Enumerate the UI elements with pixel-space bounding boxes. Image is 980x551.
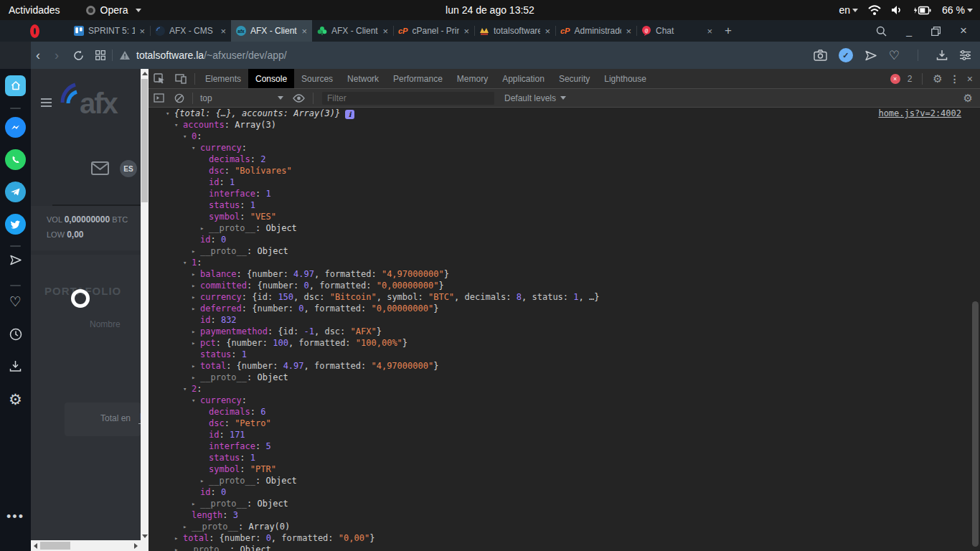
browser-tab[interactable]: cPAdministrado×: [555, 20, 636, 42]
opera-menu-button[interactable]: [0, 20, 69, 42]
browser-tab[interactable]: totalsoftware×: [474, 20, 555, 42]
console-row[interactable]: ▸__proto__: Object: [149, 245, 980, 257]
devtools-kebab-menu-icon[interactable]: ⋮: [950, 73, 960, 85]
expand-arrow-icon[interactable]: ▸: [200, 475, 209, 486]
sidebar-bookmarks-button[interactable]: ♡: [0, 295, 31, 309]
tab-close-icon[interactable]: ×: [707, 26, 712, 37]
log-levels-dropdown[interactable]: Default levels: [500, 93, 570, 103]
console-row[interactable]: ▸__proto__: Object: [149, 222, 980, 234]
context-selector[interactable]: top: [196, 93, 288, 103]
scroll-down-arrow-icon[interactable]: [142, 534, 148, 538]
sidebar-more-button[interactable]: •••: [0, 510, 31, 523]
new-tab-button[interactable]: +: [717, 20, 739, 42]
collapse-arrow-icon[interactable]: ▾: [183, 257, 192, 268]
console-row[interactable]: ▾0:: [149, 131, 980, 142]
forward-button[interactable]: ›: [55, 49, 59, 62]
console-row[interactable]: ▾currency:: [149, 142, 980, 154]
tab-search-icon[interactable]: [876, 26, 887, 37]
expand-arrow-icon[interactable]: ▸: [192, 372, 200, 383]
browser-tab[interactable]: afxAFX - Cliente×: [231, 20, 312, 42]
tab-close-icon[interactable]: ×: [463, 26, 469, 37]
console-filter-input[interactable]: [322, 92, 494, 105]
scroll-up-arrow-icon[interactable]: [142, 72, 148, 75]
snapshot-camera-icon[interactable]: [814, 50, 827, 61]
expand-arrow-icon[interactable]: ▸: [192, 280, 200, 291]
error-count[interactable]: 2: [908, 74, 913, 84]
error-badge-icon[interactable]: ×: [890, 74, 900, 84]
console-row[interactable]: ▸__proto__: Object: [149, 544, 980, 551]
collapse-arrow-icon[interactable]: ▾: [174, 119, 183, 131]
devtools-tab-console[interactable]: Console: [248, 69, 294, 88]
console-row[interactable]: ▸__proto__: Object: [149, 475, 980, 486]
collapse-arrow-icon[interactable]: ▾: [183, 383, 192, 395]
expand-arrow-icon[interactable]: ▸: [192, 326, 200, 337]
console-row[interactable]: ▸total: {number: 0, formatted: "0,00"}: [149, 532, 980, 544]
console-row[interactable]: ▸__proto__: Object: [149, 372, 980, 383]
tab-close-icon[interactable]: ×: [220, 26, 226, 37]
console-row[interactable]: ▾{total: {…}, accounts: Array(3)}ihome.j…: [149, 108, 980, 119]
sidebar-telegram-button[interactable]: [0, 182, 31, 202]
page-horizontal-scrollbar[interactable]: [31, 540, 141, 551]
battery-icon[interactable]: [913, 6, 932, 15]
expand-arrow-icon[interactable]: ▸: [192, 291, 200, 303]
sidebar-twitter-button[interactable]: [0, 214, 31, 235]
expand-arrow-icon[interactable]: ▸: [183, 521, 192, 532]
bookmark-heart-icon[interactable]: ♡: [889, 48, 900, 63]
collapse-arrow-icon[interactable]: ▾: [183, 131, 192, 142]
expand-arrow-icon[interactable]: ▸: [192, 360, 200, 372]
devtools-tab-application[interactable]: Application: [495, 69, 552, 88]
collapse-arrow-icon[interactable]: ▾: [192, 142, 200, 154]
console-row[interactable]: ▸balance: {number: 4.97, formatted: "4,9…: [149, 268, 980, 280]
tab-close-icon[interactable]: ×: [382, 26, 388, 37]
site-info-icon[interactable]: [119, 50, 131, 60]
expand-arrow-icon[interactable]: ▸: [192, 303, 200, 314]
expand-arrow-icon[interactable]: ▸: [192, 245, 200, 257]
sidebar-messenger-button[interactable]: [0, 117, 31, 138]
language-badge[interactable]: ES: [120, 160, 137, 177]
console-settings-gear-icon[interactable]: ⚙: [963, 92, 980, 105]
maximize-button[interactable]: [931, 27, 941, 36]
devtools-close-icon[interactable]: ×: [967, 73, 973, 85]
console-row[interactable]: ▸__proto__: Object: [149, 498, 980, 509]
tab-close-icon[interactable]: ×: [545, 26, 550, 37]
sidebar-flow-button[interactable]: [0, 255, 31, 265]
browser-tab[interactable]: AFX - Cliente×: [312, 20, 393, 42]
expand-arrow-icon[interactable]: ▸: [174, 532, 183, 544]
console-row[interactable]: ▸pct: {number: 100, formatted: "100,00%"…: [149, 337, 980, 349]
sidebar-whatsapp-button[interactable]: [0, 149, 31, 170]
console-sidebar-toggle-icon[interactable]: [149, 93, 169, 103]
devtools-tab-sources[interactable]: Sources: [294, 69, 340, 88]
url-text[interactable]: totalsoftware.la/~afxuser/dev/app/: [136, 50, 287, 61]
inspect-element-icon[interactable]: [149, 73, 170, 84]
source-location-link[interactable]: home.js?v=2:4002: [878, 108, 961, 119]
expand-arrow-icon[interactable]: ▸: [174, 544, 183, 551]
my-flow-icon[interactable]: [864, 50, 877, 61]
tab-close-icon[interactable]: ×: [301, 26, 307, 37]
sidebar-settings-button[interactable]: ⚙: [0, 392, 31, 407]
clock[interactable]: lun 24 de ago 13:52: [0, 4, 980, 16]
downloads-icon[interactable]: [936, 50, 948, 61]
sidebar-history-button[interactable]: [0, 328, 31, 341]
devtools-tab-lighthouse[interactable]: Lighthouse: [597, 69, 654, 88]
console-row[interactable]: ▸total: {number: 4.97, formatted: "4,970…: [149, 360, 980, 372]
live-expression-eye-icon[interactable]: [288, 94, 310, 103]
tab-close-icon[interactable]: ×: [139, 26, 145, 37]
mail-icon[interactable]: [91, 161, 109, 175]
scrollbar-thumb[interactable]: [141, 79, 148, 202]
info-icon[interactable]: i: [345, 110, 354, 119]
console-row[interactable]: ▸deferred: {number: 0, formatted: "0,000…: [149, 303, 980, 314]
devtools-tab-performance[interactable]: Performance: [386, 69, 450, 88]
devtools-tab-network[interactable]: Network: [340, 69, 386, 88]
console-row[interactable]: ▾1:: [149, 257, 980, 268]
sidebar-downloads-button[interactable]: [0, 360, 31, 372]
expand-arrow-icon[interactable]: ▸: [192, 337, 200, 349]
battery-menu[interactable]: 66 %: [942, 4, 973, 16]
speed-dial-icon[interactable]: [95, 50, 105, 60]
reload-button[interactable]: [73, 50, 84, 61]
console-row[interactable]: ▸paymentmethod: {id: -1, dsc: "AFX"}: [149, 326, 980, 337]
console-row[interactable]: ▸currency: {id: 150, dsc: "Bitcoin", sym…: [149, 291, 980, 303]
back-button[interactable]: ‹: [36, 49, 40, 62]
scroll-left-arrow-icon[interactable]: [34, 543, 37, 549]
devtools-tab-memory[interactable]: Memory: [450, 69, 495, 88]
scrollbar-thumb[interactable]: [40, 542, 70, 550]
